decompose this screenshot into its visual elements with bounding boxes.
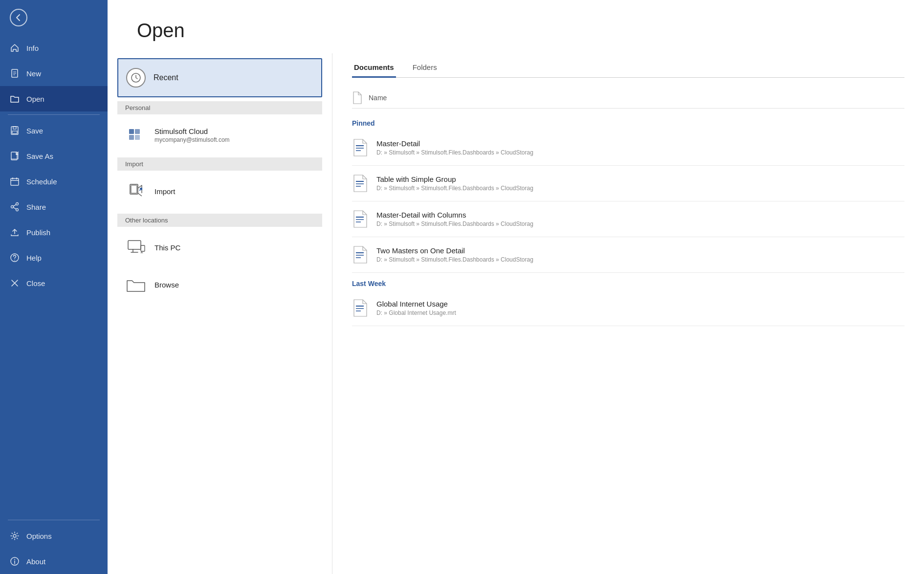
save-icon — [10, 126, 20, 135]
sidebar-item-open[interactable]: Open — [0, 86, 108, 111]
sidebar-item-open-label: Open — [26, 95, 44, 103]
svg-rect-17 — [129, 135, 134, 140]
svg-rect-21 — [128, 241, 141, 249]
doc-tabs: Documents Folders — [352, 58, 904, 78]
import-label: Import — [154, 187, 176, 196]
sidebar-spacer — [0, 296, 108, 517]
doc-path-master-detail: D: » Stimulsoft » Stimulsoft.Files.Dashb… — [376, 149, 904, 156]
publish-icon — [10, 227, 20, 237]
import-icon — [125, 180, 147, 202]
svg-point-10 — [14, 260, 15, 261]
sidebar-item-save-as-label: Save As — [26, 152, 53, 160]
locations-panel: Recent Personal Stimulsoft Cloud mycom — [108, 53, 332, 574]
page-header: Open — [108, 0, 924, 53]
doc-item-global-internet[interactable]: Global Internet Usage D: » Global Intern… — [352, 290, 904, 326]
file-icon-global-internet — [352, 297, 370, 319]
doc-item-master-detail-columns[interactable]: Master-Detail with Columns D: » Stimulso… — [352, 201, 904, 237]
sidebar-item-save-as[interactable]: Save As — [0, 143, 108, 169]
sidebar-divider-1 — [8, 114, 100, 115]
sidebar-item-options[interactable]: Options — [0, 523, 108, 549]
doc-name-table-simple-group: Table with Simple Group — [376, 175, 904, 183]
svg-rect-3 — [12, 131, 17, 133]
sidebar-divider-2 — [8, 520, 100, 520]
share-icon — [10, 202, 20, 212]
doc-item-two-masters[interactable]: Two Masters on One Detail D: » Stimulsof… — [352, 237, 904, 273]
doc-info-master-detail-columns: Master-Detail with Columns D: » Stimulso… — [376, 211, 904, 227]
doc-name-master-detail-columns: Master-Detail with Columns — [376, 211, 904, 219]
info-circle-icon — [10, 556, 20, 566]
home-icon — [10, 43, 20, 53]
sidebar-item-help-label: Help — [26, 254, 42, 262]
doc-list-header-label: Name — [369, 94, 387, 102]
main-content: Open Recent Personal — [108, 0, 924, 574]
import-item[interactable]: Import — [117, 173, 322, 210]
stimulsoft-cloud-item[interactable]: Stimulsoft Cloud mycompany@stimulsoft.co… — [117, 116, 322, 154]
doc-header-icon — [352, 91, 363, 104]
svg-point-13 — [14, 559, 15, 560]
browse-item[interactable]: Browse — [117, 266, 322, 303]
sidebar-item-help[interactable]: Help — [0, 245, 108, 270]
sidebar-item-info[interactable]: Info — [0, 35, 108, 61]
svg-rect-20 — [131, 185, 137, 193]
doc-item-master-detail[interactable]: Master-Detail D: » Stimulsoft » Stimulso… — [352, 130, 904, 166]
help-icon — [10, 253, 20, 263]
browse-label: Browse — [154, 281, 179, 289]
doc-path-two-masters: D: » Stimulsoft » Stimulsoft.Files.Dashb… — [376, 256, 904, 263]
stimulsoft-cloud-sub: mycompany@stimulsoft.com — [154, 136, 230, 143]
file-icon-master-detail — [352, 137, 370, 158]
doc-path-table-simple-group: D: » Stimulsoft » Stimulsoft.Files.Dashb… — [376, 185, 904, 192]
sidebar-item-share[interactable]: Share — [0, 194, 108, 220]
sidebar-item-share-label: Share — [26, 203, 46, 211]
doc-info-table-simple-group: Table with Simple Group D: » Stimulsoft … — [376, 175, 904, 192]
save-as-icon — [10, 151, 20, 161]
this-pc-label: This PC — [154, 243, 180, 252]
sidebar-item-new-label: New — [26, 69, 41, 78]
svg-rect-22 — [141, 245, 145, 251]
recent-label: Recent — [154, 73, 178, 82]
doc-name-master-detail: Master-Detail — [376, 139, 904, 148]
doc-name-two-masters: Two Masters on One Detail — [376, 246, 904, 255]
doc-name-global-internet: Global Internet Usage — [376, 300, 904, 308]
browse-folder-icon — [125, 274, 147, 295]
svg-point-7 — [16, 209, 19, 211]
sidebar-item-publish-label: Publish — [26, 228, 50, 237]
tab-documents[interactable]: Documents — [352, 58, 396, 78]
recent-location-item[interactable]: Recent — [117, 58, 322, 97]
content-area: Recent Personal Stimulsoft Cloud mycom — [108, 53, 924, 574]
close-x-icon — [10, 278, 20, 288]
sidebar-item-close[interactable]: Close — [0, 270, 108, 296]
documents-panel: Documents Folders Name Pinned — [332, 53, 924, 574]
cloud-icon — [125, 124, 147, 146]
last-week-section-label: Last Week — [352, 273, 904, 290]
doc-path-global-internet: D: » Global Internet Usage.mrt — [376, 309, 904, 316]
sidebar-item-close-label: Close — [26, 279, 45, 287]
arrow-left-icon — [15, 14, 22, 22]
sidebar-item-about[interactable]: About — [0, 549, 108, 574]
page-title: Open — [137, 20, 895, 42]
this-pc-item[interactable]: This PC — [117, 229, 322, 266]
doc-list-header: Name — [352, 88, 904, 109]
sidebar-item-new[interactable]: New — [0, 61, 108, 86]
doc-info-global-internet: Global Internet Usage D: » Global Intern… — [376, 300, 904, 316]
this-pc-icon — [125, 237, 147, 258]
svg-point-8 — [11, 206, 14, 208]
sidebar-item-save[interactable]: Save — [0, 118, 108, 143]
back-button[interactable] — [0, 0, 108, 35]
file-icon-two-masters — [352, 244, 370, 265]
section-header-personal: Personal — [117, 101, 322, 114]
sidebar-item-about-label: About — [26, 557, 45, 566]
new-doc-icon — [10, 68, 20, 78]
pinned-section-label: Pinned — [352, 112, 904, 130]
svg-rect-18 — [135, 135, 140, 140]
stimulsoft-cloud-label: Stimulsoft Cloud — [154, 127, 230, 135]
doc-path-master-detail-columns: D: » Stimulsoft » Stimulsoft.Files.Dashb… — [376, 221, 904, 227]
section-header-other: Other locations — [117, 214, 322, 227]
sidebar-item-save-label: Save — [26, 127, 43, 135]
folder-open-icon — [10, 94, 20, 104]
sidebar-item-publish[interactable]: Publish — [0, 220, 108, 245]
clock-icon — [126, 68, 146, 88]
tab-folders[interactable]: Folders — [411, 58, 439, 78]
stimulsoft-cloud-info: Stimulsoft Cloud mycompany@stimulsoft.co… — [154, 127, 230, 143]
doc-item-table-simple-group[interactable]: Table with Simple Group D: » Stimulsoft … — [352, 166, 904, 201]
sidebar-item-schedule[interactable]: Schedule — [0, 169, 108, 194]
